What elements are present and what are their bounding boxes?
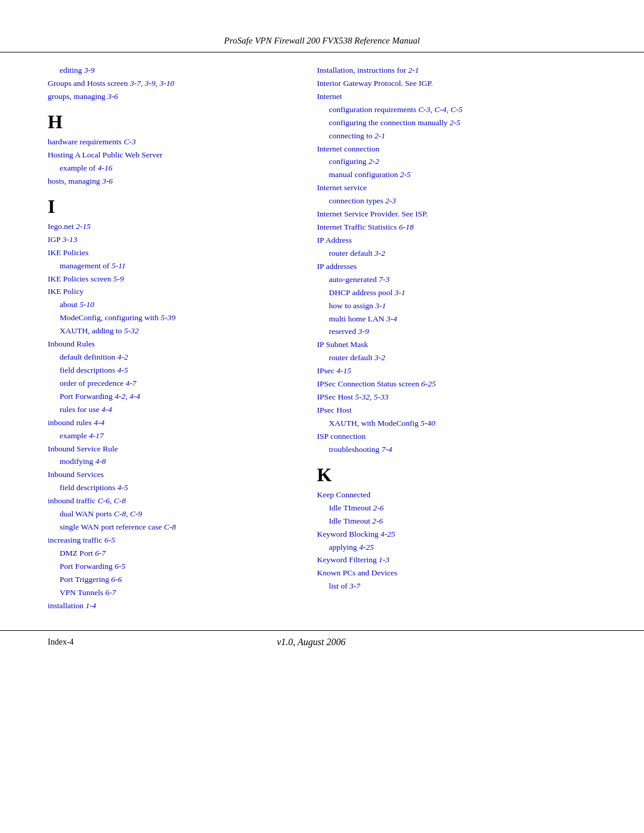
entry-known-pcs: Known PCs and Devices <box>317 567 596 580</box>
section-i-label: I <box>48 196 293 217</box>
entry-internet: Internet <box>317 91 596 103</box>
entry-keep-connected-idle-timeout1: Idle TImeout 2-6 <box>317 502 596 515</box>
left-column: editing 3-9 Groups and Hosts screen 3-7,… <box>48 64 311 612</box>
entry-isp-connection: ISP connection <box>317 431 596 443</box>
entry-isp-troubleshooting: troubleshooting 7-4 <box>317 444 596 456</box>
entry-internet-configuring-manually: configuring the connection manually 2-5 <box>317 117 596 129</box>
page: ProSafe VPN Firewall 200 FVX538 Referenc… <box>0 0 644 833</box>
entry-internet-service-types: connection types 2-3 <box>317 195 596 208</box>
entry-increasing-traffic-portfwd: Port Forwarding 6-5 <box>48 561 293 573</box>
entry-ike-policies-management: management of 5-11 <box>48 260 293 272</box>
entry-ike-policy-xauth: XAUTH, adding to 5-32 <box>48 325 293 337</box>
right-column: Installation, instructions for 2-1 Inter… <box>311 64 596 612</box>
entry-inbound-service-rule-modifying: modifying 4-8 <box>48 456 293 468</box>
entry-inbound-traffic-dual: dual WAN ports C-8, C-9 <box>48 508 293 521</box>
entry-internet-connection-manual: manual configuration 2-5 <box>317 169 596 181</box>
entry-increasing-traffic: increasing traffic 6-5 <box>48 534 293 547</box>
entry-hosts-managing: hosts, managing 3-6 <box>48 175 293 188</box>
entry-inbound-service-rule: Inbound Service Rule <box>48 443 293 456</box>
entry-internet-service: Internet service <box>317 182 596 194</box>
entry-internet-connection-configuring: configuring 2-2 <box>317 156 596 168</box>
entry-ipsec-host2: IPsec Host <box>317 404 596 417</box>
entry-ip-address: IP Address <box>317 234 596 247</box>
entry-inbound-rules: Inbound Rules <box>48 338 293 351</box>
entry-increasing-traffic-vpn: VPN Tunnels 6-7 <box>48 587 293 599</box>
footer-version-label: v1.0, August 2006 <box>74 637 549 648</box>
entry-inbound-rules-order: order of precedence 4-7 <box>48 377 293 390</box>
entry-groups-hosts-screen: Groups and Hosts screen 3-7, 3-9, 3-10 <box>48 78 293 90</box>
entry-keyword-blocking: Keyword Blocking 4-25 <box>317 528 596 541</box>
entry-ike-policy-modeconfig: ModeConfig, configuring with 5-39 <box>48 312 293 324</box>
entry-ike-policy-about: about 5-10 <box>48 299 293 311</box>
entry-inbound-rules-lower: inbound rules 4-4 <box>48 417 293 429</box>
entry-ip-addresses: IP addresses <box>317 261 596 273</box>
entry-isp-see: Internet Service Provider. See ISP. <box>317 208 596 221</box>
entry-ike-policies-screen: IKE Policies screen 5-9 <box>48 273 293 286</box>
entry-inbound-rules-use: rules for use 4-4 <box>48 404 293 416</box>
entry-ipsec-connection-status: IPSec Connection Status screen 6-25 <box>317 378 596 391</box>
entry-internet-connecting: connecting to 2-1 <box>317 130 596 143</box>
content-area: editing 3-9 Groups and Hosts screen 3-7,… <box>0 52 644 612</box>
entry-igp-see: Interior Gateway Protocol. See IGP. <box>317 78 596 90</box>
entry-ip-addresses-dhcp: DHCP address pool 3-1 <box>317 287 596 299</box>
entry-ike-policies: IKE Policies <box>48 247 293 259</box>
entry-hardware-requirements: hardware requirements C-3 <box>48 136 293 148</box>
entry-ip-addresses-autogen: auto-generated 7-3 <box>317 274 596 286</box>
entry-ipsec: IPsec 4-15 <box>317 365 596 377</box>
entry-groups-managing: groups, managing 3-6 <box>48 91 293 103</box>
entry-keyword-blocking-applying: applying 4-25 <box>317 541 596 554</box>
entry-keep-connected: Keep Connected <box>317 489 596 501</box>
entry-ipsec-host-xauth: XAUTH, with ModeConfig 5-40 <box>317 417 596 430</box>
entry-ip-subnet-mask-router: router default 3-2 <box>317 352 596 364</box>
entry-ip-addresses-reserved: reserved 3-9 <box>317 326 596 338</box>
entry-inbound-rules-portfwd: Port Forwarding 4-2, 4-4 <box>48 391 293 403</box>
footer-index-label: Index-4 <box>48 637 74 647</box>
entry-ip-address-router-default: router default 3-2 <box>317 247 596 260</box>
entry-keyword-filtering: Keyword Filtering 1-3 <box>317 554 596 566</box>
page-footer: Index-4 v1.0, August 2006 <box>0 630 644 654</box>
entry-inbound-rules-field: field descriptions 4-5 <box>48 364 293 377</box>
entry-inbound-rules-example: example 4-17 <box>48 430 293 442</box>
entry-igp: IGP 3-13 <box>48 234 293 246</box>
section-k-label: K <box>317 465 596 485</box>
section-h-label: H <box>48 112 293 132</box>
entry-known-pcs-list: list of 3-7 <box>317 580 596 593</box>
entry-increasing-traffic-dmz: DMZ Port 6-7 <box>48 547 293 560</box>
entry-internet-config-req: configuration requirements C-3, C-4, C-5 <box>317 104 596 116</box>
entry-iegonet: Iego.net 2-15 <box>48 221 293 233</box>
entry-ike-policy: IKE Policy <box>48 286 293 298</box>
entry-installation-instructions: Installation, instructions for 2-1 <box>317 64 596 77</box>
entry-increasing-traffic-porttrig: Port Triggering 6-6 <box>48 574 293 586</box>
page-header: ProSafe VPN Firewall 200 FVX538 Referenc… <box>0 0 644 52</box>
entry-ip-subnet-mask: IP Subnet Mask <box>317 339 596 351</box>
header-title: ProSafe VPN Firewall 200 FVX538 Referenc… <box>224 36 420 46</box>
entry-hosting-example: example of 4-16 <box>48 162 293 175</box>
entry-inbound-traffic-single: single WAN port reference case C-8 <box>48 521 293 534</box>
entry-internet-connection: Internet connection <box>317 143 596 156</box>
entry-inbound-services: Inbound Services <box>48 469 293 481</box>
entry-inbound-services-field: field descriptions 4-5 <box>48 482 293 494</box>
entry-ip-addresses-assign: how to assign 3-1 <box>317 300 596 312</box>
entry-installation: installation 1-4 <box>48 600 293 612</box>
entry-keep-connected-idle-timeout2: Idle Timeout 2-6 <box>317 515 596 528</box>
entry-ip-addresses-multihome: multi home LAN 3-4 <box>317 313 596 326</box>
entry-inbound-traffic: inbound traffic C-6, C-8 <box>48 495 293 507</box>
entry-ipsec-host: IPSec Host 5-32, 5-33 <box>317 391 596 404</box>
entry-editing: editing 3-9 <box>48 64 293 77</box>
entry-inbound-rules-default: default definition 4-2 <box>48 351 293 364</box>
entry-internet-traffic-stats: Internet Traffic Statistics 6-18 <box>317 221 596 234</box>
entry-hosting-web-server: Hosting A Local Public Web Server <box>48 149 293 162</box>
